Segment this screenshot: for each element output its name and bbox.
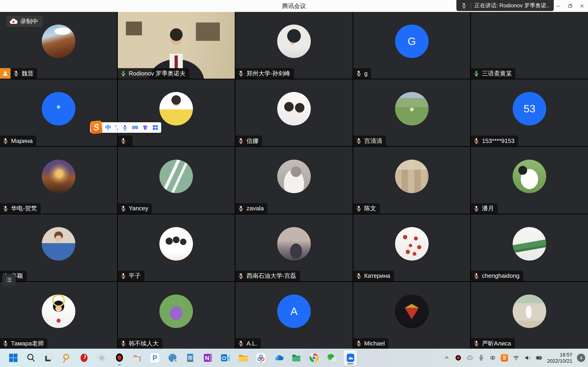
participant-name-label: Марина bbox=[0, 135, 36, 146]
sogou-logo[interactable]: S bbox=[90, 120, 103, 134]
participant-tile[interactable]: 平子 bbox=[118, 215, 235, 281]
participant-avatar bbox=[395, 92, 429, 125]
participant-name: Тамара老师 bbox=[11, 340, 44, 348]
speaking-banner[interactable]: 正在讲话: Rodionov 罗季奥诺... bbox=[456, 0, 554, 11]
participant-name-label: 西南石油大学-宫磊 bbox=[235, 271, 300, 281]
participant-tile[interactable]: G g bbox=[353, 12, 470, 79]
notepad-icon[interactable] bbox=[185, 352, 196, 363]
volume-icon[interactable] bbox=[524, 354, 531, 361]
file-explorer-icon[interactable] bbox=[238, 352, 249, 363]
ime-toolbar: S 中 ’, bbox=[90, 122, 161, 133]
mic-status-icon bbox=[120, 205, 127, 212]
participant-tile[interactable]: 信娜 bbox=[235, 79, 353, 146]
participant-tile[interactable]: 佟颖 bbox=[0, 215, 117, 281]
microphone-icon[interactable] bbox=[478, 354, 485, 361]
tencent-meeting-icon[interactable] bbox=[344, 350, 357, 365]
chrome-icon[interactable] bbox=[309, 352, 320, 363]
battery-alert-icon[interactable] bbox=[536, 354, 543, 361]
notification-count-badge[interactable]: 4 bbox=[577, 354, 585, 362]
recording-badge-label: 录制中 bbox=[20, 17, 38, 25]
toolbox-icon[interactable] bbox=[152, 124, 158, 131]
participant-name-label: 潘月 bbox=[471, 203, 498, 214]
chinese-mode-icon[interactable]: 中 bbox=[105, 124, 111, 131]
participant-tile[interactable]: Катерина bbox=[353, 215, 470, 281]
participant-tile[interactable]: Rodionov 罗季奥诺夫 bbox=[118, 12, 235, 79]
taskbar: PNO S 18:57 2022/10/21 4 bbox=[0, 349, 588, 367]
record-dot-icon[interactable] bbox=[455, 354, 462, 361]
purple-folder-icon[interactable] bbox=[132, 352, 143, 363]
participant-tile[interactable]: 华电-贺梵 bbox=[0, 147, 117, 214]
task-view-icon[interactable] bbox=[43, 352, 54, 363]
wifi-icon[interactable] bbox=[513, 354, 519, 361]
mic-status-icon bbox=[355, 273, 362, 279]
muted-mic-icon bbox=[460, 2, 467, 9]
mic-status-icon bbox=[355, 70, 362, 77]
mic-status-icon bbox=[2, 137, 9, 144]
green-folder-icon[interactable] bbox=[291, 352, 302, 363]
participant-name: 平子 bbox=[129, 272, 141, 280]
participant-avatar bbox=[159, 227, 193, 261]
participant-tile[interactable]: 西南石油大学-宫磊 bbox=[235, 215, 353, 281]
participant-tile[interactable]: 严昕Алиса bbox=[471, 282, 588, 349]
cloud-icon[interactable] bbox=[466, 354, 473, 361]
red-media-icon[interactable] bbox=[78, 352, 90, 363]
windows-start-icon[interactable] bbox=[8, 352, 19, 363]
mic-status-icon bbox=[2, 205, 9, 212]
onenote-icon[interactable]: N bbox=[202, 352, 213, 363]
participant-name-label: g bbox=[353, 68, 371, 79]
participant-name: Марина bbox=[11, 137, 33, 144]
participant-name-label: Rodionov 罗季奥诺夫 bbox=[118, 68, 189, 79]
participant-tile[interactable]: Тамара老师 bbox=[0, 282, 117, 349]
p-app-icon[interactable]: P bbox=[149, 352, 160, 363]
participant-name-label: 韩不续人大 bbox=[118, 338, 162, 349]
gray-star-icon[interactable] bbox=[96, 352, 107, 363]
cloud-circles-app-icon[interactable] bbox=[255, 352, 267, 363]
participant-tile[interactable]: 三语斋黄某 bbox=[471, 12, 588, 79]
participant-tile[interactable]: 韩不续人大 bbox=[118, 282, 235, 349]
participant-tile[interactable]: 陈文 bbox=[353, 147, 470, 214]
participant-avatar bbox=[513, 294, 546, 328]
participant-tile[interactable]: * Марина bbox=[0, 79, 117, 146]
participant-avatar bbox=[159, 92, 193, 125]
paint-icon[interactable] bbox=[167, 352, 178, 363]
close-button[interactable] bbox=[576, 0, 588, 12]
member-list-button[interactable] bbox=[2, 274, 16, 286]
participant-avatar bbox=[42, 294, 75, 328]
wechat-icon[interactable] bbox=[326, 352, 337, 363]
chevron-up-icon[interactable] bbox=[443, 354, 450, 361]
participant-name-label: 郑州大学-孙剑峰 bbox=[235, 68, 294, 79]
participant-avatar: G bbox=[395, 25, 429, 58]
participant-tile[interactable]: 宫清清 bbox=[353, 79, 470, 146]
participant-tile[interactable]: Michael bbox=[353, 282, 470, 349]
participant-tile[interactable]: chenghaidong bbox=[471, 215, 588, 281]
participant-name-label: 魏晋 bbox=[10, 68, 37, 79]
taskbar-clock[interactable]: 18:57 2022/10/21 bbox=[547, 352, 572, 364]
screen-recorder-icon[interactable] bbox=[114, 352, 125, 363]
participant-tile[interactable]: 潘月 bbox=[471, 147, 588, 214]
voice-input-icon[interactable] bbox=[122, 124, 128, 131]
skin-icon[interactable] bbox=[142, 124, 148, 131]
participant-name-label: 华电-贺梵 bbox=[0, 203, 41, 214]
onedrive-icon[interactable] bbox=[273, 352, 284, 363]
punctuation-icon[interactable]: ’, bbox=[115, 124, 118, 131]
participant-name: 153****9153 bbox=[482, 137, 515, 144]
outlook-icon[interactable]: O bbox=[220, 352, 231, 363]
search-icon[interactable] bbox=[26, 352, 36, 363]
svg-text:P: P bbox=[153, 354, 157, 362]
participant-name-label: zavala bbox=[235, 203, 267, 214]
system-tray: S 18:57 2022/10/21 4 bbox=[443, 349, 585, 367]
keyboard-icon[interactable] bbox=[132, 124, 138, 131]
participant-tile[interactable] bbox=[118, 79, 235, 146]
sogou-icon[interactable]: S bbox=[501, 354, 508, 361]
minimize-button[interactable] bbox=[552, 0, 564, 12]
orange-magnifier-icon[interactable] bbox=[61, 352, 72, 363]
participant-tile[interactable]: A A.L. bbox=[235, 282, 353, 349]
participant-name: 三语斋黄某 bbox=[482, 69, 512, 77]
ime-zhong-icon[interactable] bbox=[489, 354, 496, 361]
participant-tile[interactable]: zavala bbox=[235, 147, 353, 214]
participant-tile[interactable]: Yancey bbox=[118, 147, 235, 214]
restore-button[interactable] bbox=[564, 0, 576, 12]
participant-tile[interactable]: 53 153****9153 bbox=[471, 79, 588, 146]
participant-tile[interactable]: 郑州大学-孙剑峰 bbox=[235, 12, 353, 79]
mic-status-icon bbox=[237, 273, 244, 279]
